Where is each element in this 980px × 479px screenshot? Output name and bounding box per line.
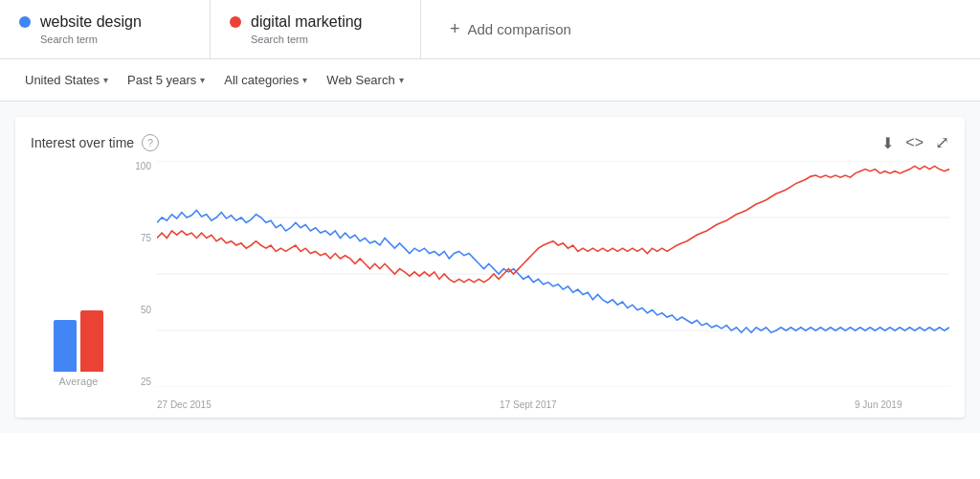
dot-red-icon (230, 16, 241, 28)
term1-type: Search term (19, 34, 190, 45)
y-label-25: 25 (141, 376, 151, 387)
x-label-3: 9 Jun 2019 (855, 399, 902, 410)
term2-type: Search term (230, 34, 401, 45)
search-type-label: Web Search (326, 73, 394, 87)
main-content: Interest over time ? ⬇ <> ⤢ Average (0, 102, 980, 433)
chart-title-area: Interest over time ? (31, 134, 159, 151)
x-axis: 27 Dec 2015 17 Sept 2017 9 Jun 2019 (157, 399, 949, 410)
chart-area: Average 100 75 50 25 (31, 161, 949, 410)
category-chevron-icon: ▾ (302, 75, 307, 85)
chart-title: Interest over time (31, 135, 134, 150)
add-comparison-label: Add comparison (468, 21, 571, 37)
search-type-filter[interactable]: Web Search ▾ (317, 67, 412, 93)
avg-bars (54, 295, 103, 372)
header-bar: website design Search term digital marke… (0, 0, 980, 59)
term1-label-row: website design (19, 13, 190, 31)
graph-inner (157, 161, 949, 387)
time-chevron-icon: ▾ (200, 75, 205, 85)
category-filter[interactable]: All categories ▾ (214, 67, 317, 93)
time-filter[interactable]: Past 5 years ▾ (118, 67, 214, 93)
category-label: All categories (224, 73, 299, 87)
time-label: Past 5 years (127, 73, 196, 87)
dot-blue-icon (19, 16, 31, 28)
term2-label-row: digital marketing (230, 13, 401, 31)
avg-section: Average (31, 161, 126, 410)
graph-section: 100 75 50 25 (126, 161, 949, 410)
region-filter[interactable]: United States ▾ (15, 67, 118, 93)
x-label-1: 27 Dec 2015 (157, 399, 212, 410)
chart-actions: ⬇ <> ⤢ (881, 132, 949, 153)
download-icon[interactable]: ⬇ (881, 134, 894, 152)
chart-svg (157, 161, 949, 387)
avg-bar-blue (54, 320, 77, 372)
search-type-chevron-icon: ▾ (399, 75, 404, 85)
y-label-75: 75 (141, 233, 151, 243)
plus-icon: + (450, 19, 460, 39)
chart-header: Interest over time ? ⬇ <> ⤢ (31, 132, 949, 153)
share-icon[interactable]: ⤢ (935, 132, 949, 153)
embed-icon[interactable]: <> (905, 134, 924, 151)
x-label-2: 17 Sept 2017 (500, 399, 557, 410)
term2-box: digital marketing Search term (211, 0, 421, 58)
term1-box: website design Search term (0, 0, 211, 58)
region-chevron-icon: ▾ (103, 75, 108, 85)
y-axis: 100 75 50 25 (126, 161, 155, 387)
filter-bar: United States ▾ Past 5 years ▾ All categ… (0, 59, 980, 102)
y-label-50: 50 (141, 305, 151, 315)
term1-text: website design (40, 13, 142, 31)
region-label: United States (25, 73, 100, 87)
red-line (157, 166, 949, 282)
term2-text: digital marketing (251, 13, 363, 31)
chart-card: Interest over time ? ⬇ <> ⤢ Average (15, 117, 965, 418)
blue-line (157, 210, 949, 332)
add-comparison-button[interactable]: + Add comparison (421, 0, 980, 58)
y-label-100: 100 (135, 161, 151, 171)
avg-bar-red (80, 310, 103, 372)
info-icon[interactable]: ? (142, 134, 159, 151)
avg-label: Average (59, 376, 99, 387)
